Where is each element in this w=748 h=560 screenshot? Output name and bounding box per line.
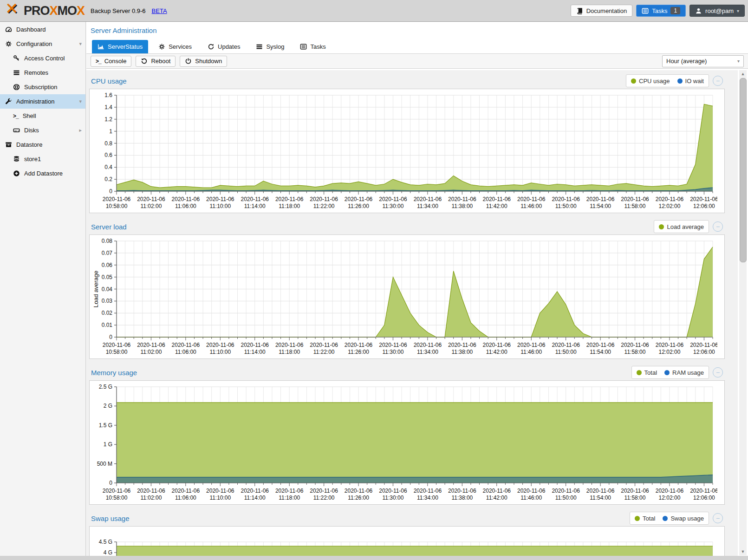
svg-text:0.04: 0.04 — [102, 286, 113, 293]
svg-text:11:58:00: 11:58:00 — [624, 349, 646, 355]
svg-text:11:18:00: 11:18:00 — [279, 495, 300, 501]
svg-text:11:02:00: 11:02:00 — [141, 495, 162, 501]
sidebar-item-label: Configuration — [16, 40, 52, 47]
legend-item[interactable]: Load average — [659, 223, 704, 230]
sidebar-item-label: Shell — [23, 112, 36, 119]
sidebar-item-disks[interactable]: Disks▸ — [0, 123, 85, 137]
scroll-down-arrow[interactable]: ▼ — [739, 548, 747, 555]
svg-text:2020-11-06: 2020-11-06 — [241, 488, 269, 494]
scroll-up-arrow[interactable]: ▲ — [739, 70, 747, 78]
svg-text:Load average: Load average — [92, 271, 99, 308]
svg-text:2020-11-06: 2020-11-06 — [552, 342, 580, 348]
sidebar-item-label: Disks — [24, 127, 39, 134]
sidebar-item-datastore[interactable]: Datastore — [0, 137, 85, 152]
tab-updates[interactable]: Updates — [202, 40, 246, 53]
svg-text:11:02:00: 11:02:00 — [141, 349, 162, 355]
svg-text:0.07: 0.07 — [102, 250, 113, 256]
legend-item[interactable]: Total — [637, 369, 657, 376]
hdd-icon — [13, 127, 20, 134]
sidebar-item-configuration[interactable]: Configuration▾ — [0, 37, 85, 51]
svg-text:2020-11-06: 2020-11-06 — [379, 196, 407, 202]
rows-icon — [256, 43, 263, 50]
legend-item[interactable]: CPU usage — [631, 78, 670, 85]
sidebar-item-subscription[interactable]: Subscription — [0, 80, 85, 94]
scrollbar-thumb[interactable] — [740, 78, 747, 262]
sidebar-nav: DashboardConfiguration▾Access ControlRem… — [0, 22, 86, 556]
tab-serverstatus[interactable]: ServerStatus — [92, 40, 148, 53]
reboot-button[interactable]: Reboot — [136, 56, 176, 67]
sidebar-item-administration[interactable]: Administration▾ — [0, 94, 85, 109]
console-button[interactable]: >_Console — [91, 56, 131, 67]
vertical-scrollbar[interactable]: ▲ ▼ — [739, 70, 747, 555]
timeframe-select[interactable]: Hour (average) ▾ — [662, 55, 744, 67]
sidebar-item-access-control[interactable]: Access Control — [0, 51, 85, 65]
toolbar: >_ConsoleRebootShutdown Hour (average) ▾ — [86, 53, 748, 69]
svg-text:10:58:00: 10:58:00 — [106, 495, 128, 501]
svg-text:2020-11-06: 2020-11-06 — [483, 488, 511, 494]
svg-text:11:06:00: 11:06:00 — [175, 349, 196, 355]
svg-text:1.5 G: 1.5 G — [99, 422, 112, 429]
power-icon — [185, 58, 192, 65]
svg-text:11:02:00: 11:02:00 — [141, 203, 162, 209]
sidebar-item-store1[interactable]: store1 — [0, 152, 85, 166]
svg-text:0: 0 — [109, 480, 112, 486]
sync-icon — [208, 43, 215, 50]
top-header-bar: ✕✕ PROXMOX Backup Server 0.9-6 BETA Docu… — [0, 0, 748, 22]
sidebar-item-label: Access Control — [24, 55, 65, 62]
svg-text:11:26:00: 11:26:00 — [348, 349, 369, 355]
legend-item[interactable]: Swap usage — [663, 515, 704, 522]
shutdown-button[interactable]: Shutdown — [180, 56, 227, 67]
legend-item[interactable]: IO wait — [677, 78, 704, 85]
svg-text:2020-11-06: 2020-11-06 — [345, 488, 373, 494]
user-menu-button[interactable]: root@pam ▾ — [689, 5, 745, 17]
list-icon — [642, 7, 649, 14]
svg-text:2020-11-06: 2020-11-06 — [552, 488, 580, 494]
sidebar-item-remotes[interactable]: Remotes — [0, 65, 85, 80]
svg-text:11:58:00: 11:58:00 — [624, 203, 646, 209]
panel-header-tools: TotalRAM usage− — [631, 366, 723, 379]
sidebar-item-dashboard[interactable]: Dashboard — [0, 22, 85, 37]
svg-text:2020-11-06: 2020-11-06 — [137, 342, 165, 348]
legend-item[interactable]: RAM usage — [664, 369, 704, 376]
collapse-panel-button[interactable]: − — [713, 513, 723, 523]
rows-icon — [13, 69, 20, 76]
sidebar-item-label: Administration — [16, 98, 54, 105]
proxmox-logo: ✕✕ PROXMOX Backup Server 0.9-6 BETA — [0, 3, 167, 19]
legend-item[interactable]: Total — [635, 515, 655, 522]
tab-syslog[interactable]: Syslog — [250, 40, 290, 53]
tab-label: Syslog — [266, 43, 284, 50]
svg-text:11:54:00: 11:54:00 — [590, 349, 611, 355]
sidebar-item-shell[interactable]: >_Shell — [0, 109, 85, 123]
svg-text:2020-11-06: 2020-11-06 — [517, 488, 546, 494]
user-icon — [695, 7, 702, 14]
collapse-panel-button[interactable]: − — [713, 221, 723, 232]
terminal-icon: >_ — [13, 113, 19, 119]
legend-dot — [664, 370, 670, 375]
product-subtitle: Backup Server 0.9-6 — [91, 7, 146, 14]
svg-text:11:34:00: 11:34:00 — [417, 349, 438, 355]
svg-text:11:42:00: 11:42:00 — [486, 495, 507, 501]
legend-label: RAM usage — [672, 369, 704, 376]
sidebar-item-add-datastore[interactable]: Add Datastore — [0, 166, 85, 181]
documentation-button[interactable]: Documentation — [571, 5, 632, 17]
svg-text:500 M: 500 M — [97, 461, 112, 467]
collapse-panel-button[interactable]: − — [713, 367, 723, 378]
svg-text:0.08: 0.08 — [102, 238, 113, 244]
svg-text:2020-11-06: 2020-11-06 — [656, 196, 684, 202]
svg-text:1 G: 1 G — [104, 441, 112, 448]
chart-legend: CPU usageIO wait — [626, 74, 709, 87]
collapse-panel-button[interactable]: − — [713, 76, 723, 86]
tab-services[interactable]: Services — [153, 40, 197, 53]
box-icon — [5, 141, 12, 148]
tab-label: ServerStatus — [108, 43, 143, 50]
tab-tasks[interactable]: Tasks — [294, 40, 331, 53]
svg-text:11:26:00: 11:26:00 — [348, 495, 369, 501]
svg-text:12:06:00: 12:06:00 — [693, 203, 715, 209]
svg-text:11:18:00: 11:18:00 — [279, 349, 300, 355]
svg-text:11:10:00: 11:10:00 — [209, 349, 231, 355]
sidebar-item-label: Add Datastore — [24, 170, 63, 177]
svg-text:2020-11-06: 2020-11-06 — [345, 196, 373, 202]
tasks-button[interactable]: Tasks 1 — [636, 5, 686, 17]
beta-link[interactable]: BETA — [152, 7, 167, 14]
tasks-label: Tasks — [652, 7, 667, 14]
